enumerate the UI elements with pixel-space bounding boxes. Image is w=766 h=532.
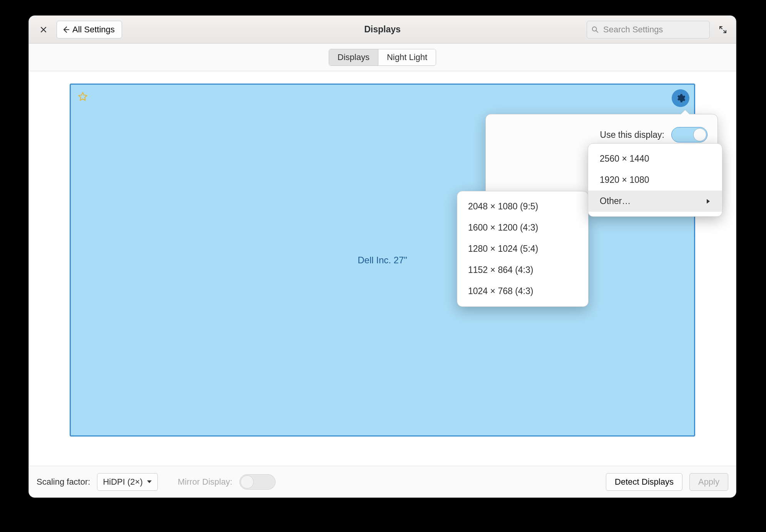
- detect-displays-button[interactable]: Detect Displays: [606, 473, 682, 491]
- maximize-button[interactable]: [716, 23, 730, 37]
- resolution-option[interactable]: 2560 × 1440: [588, 148, 722, 169]
- scaling-factor-label: Scaling factor:: [37, 477, 90, 487]
- search-input[interactable]: [602, 24, 705, 35]
- gear-icon: [676, 93, 686, 103]
- resolution-option[interactable]: 1024 × 768 (4:3): [457, 281, 588, 302]
- displays-settings-window: All Settings Displays Displays Night Lig…: [28, 15, 736, 498]
- display-tabs: Displays Night Light: [29, 43, 736, 71]
- tab-night-light[interactable]: Night Light: [378, 49, 436, 65]
- search-icon: [592, 26, 599, 33]
- primary-display-star-icon: [78, 92, 88, 102]
- back-arrow-icon: [62, 26, 69, 33]
- use-display-label: Use this display:: [496, 130, 671, 140]
- tab-displays[interactable]: Displays: [329, 49, 378, 65]
- resolution-option[interactable]: 1920 × 1080: [588, 169, 722, 191]
- submenu-arrow-icon: [706, 199, 711, 204]
- resolution-option[interactable]: 1152 × 864 (4:3): [457, 259, 588, 281]
- displays-canvas: Dell Inc. 27" Use this display: Resoluti…: [29, 71, 736, 466]
- resolution-menu: 2560 × 1440 1920 × 1080 Other…: [588, 143, 723, 217]
- display-settings-button[interactable]: [672, 89, 689, 107]
- resolution-option[interactable]: 1600 × 1200 (4:3): [457, 217, 588, 238]
- mirror-display-label: Mirror Display:: [178, 477, 232, 487]
- resolution-option[interactable]: 1280 × 1024 (5:4): [457, 238, 588, 259]
- segmented-control: Displays Night Light: [329, 49, 436, 66]
- chevron-down-icon: [147, 480, 152, 484]
- scaling-factor-value: HiDPI (2×): [103, 477, 142, 487]
- monitor-tile[interactable]: Dell Inc. 27" Use this display: Resoluti…: [70, 84, 695, 437]
- titlebar: All Settings Displays: [29, 16, 736, 43]
- close-icon: [40, 27, 47, 33]
- svg-point-0: [592, 27, 597, 31]
- all-settings-button[interactable]: All Settings: [57, 21, 122, 38]
- resolution-other-submenu: 2048 × 1080 (9:5) 1600 × 1200 (4:3) 1280…: [457, 191, 589, 307]
- resolution-option[interactable]: 2048 × 1080 (9:5): [457, 196, 588, 217]
- bottom-bar: Scaling factor: HiDPI (2×) Mirror Displa…: [29, 466, 736, 497]
- close-button[interactable]: [35, 21, 52, 38]
- apply-button: Apply: [689, 473, 728, 491]
- resolution-other[interactable]: Other…: [588, 191, 722, 212]
- all-settings-label: All Settings: [72, 25, 115, 35]
- scaling-factor-combo[interactable]: HiDPI (2×): [97, 473, 157, 491]
- maximize-icon: [719, 26, 727, 33]
- monitor-name: Dell Inc. 27": [71, 255, 694, 266]
- search-settings-field[interactable]: [587, 21, 710, 38]
- mirror-display-toggle: [239, 474, 276, 490]
- use-display-toggle[interactable]: [671, 127, 707, 142]
- resolution-other-label: Other…: [600, 196, 631, 206]
